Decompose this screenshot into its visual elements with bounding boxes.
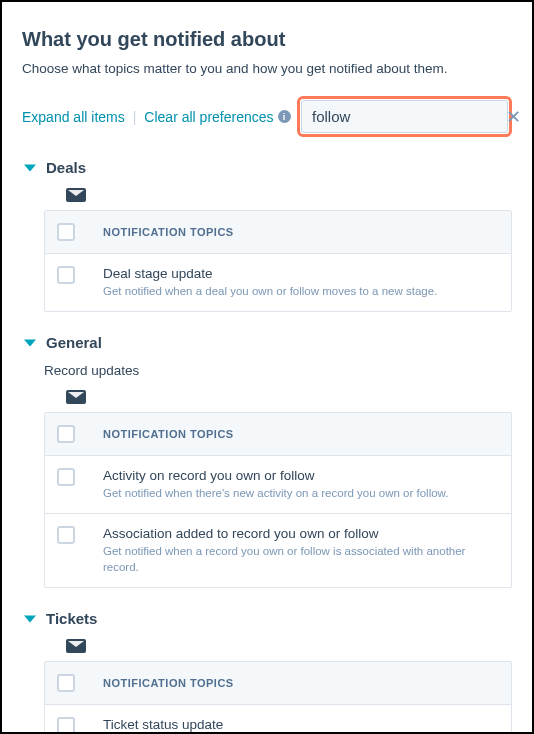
channel-icons	[66, 639, 512, 653]
table-row: Activity on record you own or follow Get…	[45, 455, 511, 513]
email-icon[interactable]	[66, 639, 86, 653]
select-all-checkbox[interactable]	[57, 674, 75, 692]
topic-content: Activity on record you own or follow Get…	[103, 468, 499, 501]
topic-title: Deal stage update	[103, 266, 499, 281]
email-icon[interactable]	[66, 188, 86, 202]
topics-table: NOTIFICATION TOPICS Deal stage update Ge…	[44, 210, 512, 312]
email-icon[interactable]	[66, 390, 86, 404]
topic-checkbox[interactable]	[57, 526, 75, 544]
table-header-row: NOTIFICATION TOPICS	[45, 662, 511, 704]
topic-desc: Get notified when a deal you own or foll…	[103, 283, 499, 299]
column-header: NOTIFICATION TOPICS	[103, 428, 234, 440]
separator: |	[133, 109, 137, 125]
topics-table: NOTIFICATION TOPICS Ticket status update…	[44, 661, 512, 734]
chevron-down-icon	[22, 611, 38, 627]
topic-desc: Get notified when a record you own or fo…	[103, 543, 499, 575]
topic-title: Association added to record you own or f…	[103, 526, 499, 541]
clear-search-icon[interactable]: ✕	[504, 108, 523, 126]
section-title: General	[46, 334, 102, 351]
section-tickets: Tickets NOTIFICATION TOPICS Ticket statu…	[22, 610, 512, 734]
channel-icons	[66, 390, 512, 404]
topic-title: Activity on record you own or follow	[103, 468, 499, 483]
table-header-row: NOTIFICATION TOPICS	[45, 413, 511, 455]
table-row: Association added to record you own or f…	[45, 513, 511, 587]
clear-all-link[interactable]: Clear all preferences	[144, 109, 273, 125]
page-subtitle: Choose what topics matter to you and how…	[22, 61, 512, 76]
select-all-checkbox[interactable]	[57, 223, 75, 241]
section-title: Deals	[46, 159, 86, 176]
topic-content: Ticket status update Get notified when a…	[103, 717, 499, 734]
table-row: Ticket status update Get notified when a…	[45, 704, 511, 734]
expand-all-link[interactable]: Expand all items	[22, 109, 125, 125]
topic-content: Deal stage update Get notified when a de…	[103, 266, 499, 299]
subsection-title: Record updates	[44, 363, 512, 378]
topic-checkbox[interactable]	[57, 468, 75, 486]
chevron-down-icon	[22, 335, 38, 351]
search-highlight: ✕	[297, 96, 512, 137]
section-general: General Record updates NOTIFICATION TOPI…	[22, 334, 512, 588]
channel-icons	[66, 188, 512, 202]
section-header[interactable]: General	[22, 334, 512, 351]
topic-title: Ticket status update	[103, 717, 499, 732]
topics-table: NOTIFICATION TOPICS Activity on record y…	[44, 412, 512, 588]
section-title: Tickets	[46, 610, 97, 627]
table-header-row: NOTIFICATION TOPICS	[45, 211, 511, 253]
search-input[interactable]	[310, 107, 504, 126]
search-field-wrap: ✕	[301, 100, 508, 133]
topic-desc: Get notified when there's new activity o…	[103, 485, 499, 501]
column-header: NOTIFICATION TOPICS	[103, 677, 234, 689]
section-header[interactable]: Deals	[22, 159, 512, 176]
topic-checkbox[interactable]	[57, 717, 75, 734]
table-row: Deal stage update Get notified when a de…	[45, 253, 511, 311]
column-header: NOTIFICATION TOPICS	[103, 226, 234, 238]
section-deals: Deals NOTIFICATION TOPICS Deal stage upd…	[22, 159, 512, 312]
topic-checkbox[interactable]	[57, 266, 75, 284]
notification-preferences-page: What you get notified about Choose what …	[0, 0, 534, 734]
page-title: What you get notified about	[22, 28, 512, 51]
section-header[interactable]: Tickets	[22, 610, 512, 627]
chevron-down-icon	[22, 160, 38, 176]
toolbar: Expand all items | Clear all preferences…	[22, 96, 512, 137]
topic-content: Association added to record you own or f…	[103, 526, 499, 575]
select-all-checkbox[interactable]	[57, 425, 75, 443]
info-icon[interactable]: i	[278, 110, 291, 123]
